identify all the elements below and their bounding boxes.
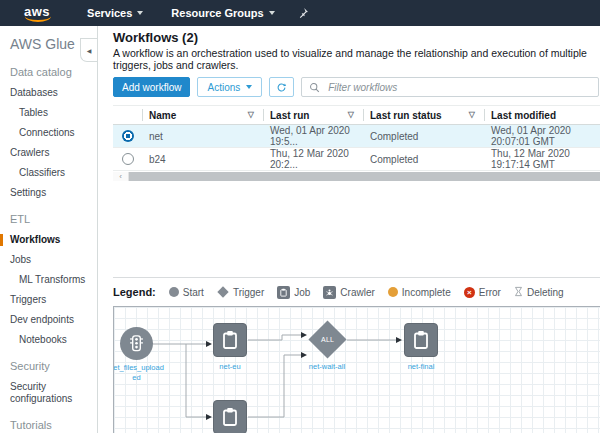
sidebar-collapse-button[interactable]: ◀ xyxy=(80,38,97,62)
section-security: Security xyxy=(10,360,93,372)
legend-label: Crawler xyxy=(340,287,374,298)
filter-workflows-input[interactable] xyxy=(326,81,591,94)
sidebar-item-ml-transforms[interactable]: ML Transforms xyxy=(10,274,93,286)
filter-workflows-box xyxy=(301,77,599,97)
filter-funnel-icon[interactable]: ▽ xyxy=(348,111,354,119)
nav-services-menu[interactable]: Services xyxy=(87,7,143,19)
legend-label: Incomplete xyxy=(402,287,451,298)
nav-services-label: Services xyxy=(87,7,132,19)
incomplete-icon xyxy=(388,287,398,297)
cell-last-run: Wed, 01 Apr 2020 19:5... xyxy=(263,125,363,147)
actions-label: Actions xyxy=(207,82,240,93)
pushpin-icon[interactable] xyxy=(297,7,309,19)
sidebar-item-triggers[interactable]: Triggers xyxy=(10,294,93,306)
section-etl: ETL xyxy=(10,213,93,225)
scroll-left-arrow-icon[interactable]: ‹ xyxy=(113,172,129,181)
workflow-graph-panel: net_files_uploaded net-eu net-ru ALL net… xyxy=(113,306,600,433)
row-radio-selected[interactable] xyxy=(122,130,134,142)
legend-item-trigger: Trigger xyxy=(217,287,264,298)
table-row-net[interactable]: net Wed, 01 Apr 2020 19:5... Completed W… xyxy=(113,125,600,148)
column-header-last-run-status[interactable]: Last run status xyxy=(370,110,442,121)
actions-dropdown-button[interactable]: Actions xyxy=(197,77,262,97)
legend-item-error: × Error xyxy=(464,287,501,298)
graph-node-net-ru[interactable] xyxy=(213,400,247,433)
chevron-down-icon xyxy=(246,85,252,89)
clipboard-icon xyxy=(220,407,240,427)
sidebar-item-jobs[interactable]: Jobs xyxy=(10,254,93,266)
section-tutorials: Tutorials xyxy=(10,419,93,431)
column-header-last-run[interactable]: Last run xyxy=(270,110,309,121)
legend-item-start: Start xyxy=(169,287,204,298)
graph-node-net-eu[interactable] xyxy=(213,323,247,357)
search-icon xyxy=(309,82,320,93)
sidebar-item-tables[interactable]: Tables xyxy=(10,107,93,119)
legend-label: Job xyxy=(294,287,310,298)
start-icon xyxy=(169,287,179,297)
scrollbar-thumb[interactable] xyxy=(129,172,600,181)
workflows-table: Name▽ Last run▽ Last run status▽ Last mo… xyxy=(113,105,600,171)
crawler-icon xyxy=(323,286,336,299)
filter-funnel-icon[interactable]: ▽ xyxy=(469,111,475,119)
nav-resource-groups-menu[interactable]: Resource Groups xyxy=(171,7,274,19)
graph-node-label[interactable]: net-final xyxy=(396,362,446,372)
main-content: ◀ Workflows (2) A workflow is an orchest… xyxy=(98,26,600,433)
sidebar-item-workflows[interactable]: Workflows xyxy=(0,234,93,246)
sidebar-item-notebooks[interactable]: Notebooks xyxy=(10,334,93,346)
section-data-catalog: Data catalog xyxy=(10,66,93,78)
table-header-row: Name▽ Last run▽ Last run status▽ Last mo… xyxy=(113,105,600,125)
sidebar-item-crawlers[interactable]: Crawlers xyxy=(10,147,93,159)
cell-last-run-status: Completed xyxy=(363,131,484,142)
clipboard-icon xyxy=(411,330,431,350)
cell-name: net xyxy=(142,131,263,142)
chevron-left-icon: ◀ xyxy=(87,47,92,54)
horizontal-scrollbar[interactable]: ‹ xyxy=(113,172,600,181)
sidebar-item-settings[interactable]: Settings xyxy=(10,187,93,199)
deleting-icon xyxy=(514,286,523,299)
refresh-button[interactable] xyxy=(269,77,294,97)
graph-node-net-final[interactable] xyxy=(404,323,438,357)
column-header-last-modified[interactable]: Last modified xyxy=(491,110,556,121)
column-header-name[interactable]: Name xyxy=(149,110,176,121)
chevron-down-icon xyxy=(269,11,275,15)
legend-label: Deleting xyxy=(527,287,564,298)
page-title: Workflows (2) xyxy=(113,30,600,45)
legend-label: Trigger xyxy=(233,287,264,298)
graph-node-start-trigger[interactable] xyxy=(120,327,153,360)
clipboard-icon xyxy=(220,330,240,350)
cell-name: b24 xyxy=(142,154,263,165)
legend-label: Start xyxy=(183,287,204,298)
legend-title: Legend: xyxy=(113,286,156,298)
legend-label: Error xyxy=(479,287,501,298)
row-radio[interactable] xyxy=(122,153,134,165)
aws-logo[interactable]: aws xyxy=(24,5,50,22)
filter-funnel-icon[interactable]: ▽ xyxy=(248,111,254,119)
add-workflow-button[interactable]: Add workflow xyxy=(113,77,190,97)
chevron-down-icon xyxy=(137,11,143,15)
graph-edges xyxy=(114,307,600,433)
sidebar: AWS Glue Data catalog Databases Tables C… xyxy=(0,26,98,433)
legend-item-deleting: Deleting xyxy=(514,286,564,299)
graph-node-label[interactable]: net_files_uploaded xyxy=(113,363,164,383)
page-description: A workflow is an orchestration used to v… xyxy=(113,47,600,71)
legend-bar: Legend: Start Trigger Job Crawler xyxy=(113,278,600,306)
sidebar-item-databases[interactable]: Databases xyxy=(10,87,93,99)
diamond-all-text: ALL xyxy=(321,336,334,343)
traffic-light-icon xyxy=(127,334,146,353)
toolbar: Add workflow Actions xyxy=(113,77,599,97)
empty-space xyxy=(113,181,600,277)
legend-item-crawler: Crawler xyxy=(323,286,374,299)
refresh-icon xyxy=(276,81,287,94)
table-row-b24[interactable]: b24 Thu, 12 Mar 2020 20:2... Completed T… xyxy=(113,148,600,171)
cell-last-modified: Wed, 01 Apr 2020 20:07:01 GMT xyxy=(484,125,600,147)
graph-node-label[interactable]: net-eu xyxy=(210,362,250,372)
cell-last-run: Thu, 12 Mar 2020 20:2... xyxy=(263,148,363,170)
sidebar-item-security-configurations[interactable]: Security configurations xyxy=(10,381,93,405)
legend-item-job: Job xyxy=(277,286,310,299)
error-icon: × xyxy=(464,287,475,298)
sidebar-item-classifiers[interactable]: Classifiers xyxy=(10,167,93,179)
nav-resource-groups-label: Resource Groups xyxy=(171,7,263,19)
sidebar-item-connections[interactable]: Connections xyxy=(10,127,93,139)
sidebar-item-dev-endpoints[interactable]: Dev endpoints xyxy=(10,314,93,326)
job-icon xyxy=(277,286,290,299)
graph-node-label[interactable]: net-wait-all xyxy=(299,362,355,372)
